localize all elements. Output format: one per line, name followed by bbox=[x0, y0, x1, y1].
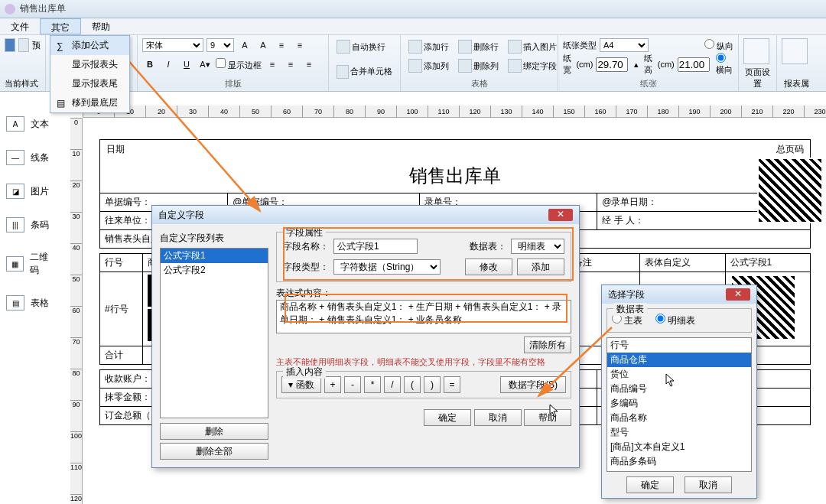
op-minus[interactable]: - bbox=[344, 376, 361, 393]
merge-icon bbox=[337, 65, 349, 79]
detail-table-radio[interactable]: 明细表 bbox=[655, 315, 695, 326]
at-entry-date: @录单日期： bbox=[602, 197, 657, 207]
menu-help[interactable]: 帮助 bbox=[81, 18, 121, 34]
align-c2-icon[interactable]: ≡ bbox=[283, 57, 298, 71]
func-button[interactable]: ▾ 函数 bbox=[281, 376, 321, 393]
font-size-select[interactable]: 9 bbox=[206, 38, 234, 52]
list-item[interactable]: 多编码 bbox=[607, 396, 751, 411]
list-item[interactable]: 商品仓库 bbox=[607, 353, 751, 367]
dlg2-ok-button[interactable]: 确定 bbox=[626, 476, 674, 493]
menu-other[interactable]: 其它 bbox=[40, 18, 81, 34]
portrait-radio[interactable]: 纵向 bbox=[704, 39, 733, 52]
list-item[interactable]: 业务员名称 bbox=[607, 469, 751, 472]
page-setup-button[interactable] bbox=[743, 38, 769, 64]
align-l2-icon[interactable]: ≡ bbox=[265, 57, 280, 71]
menu-show-footer[interactable]: 显示报表尾 bbox=[50, 74, 129, 93]
menu-move-bottom[interactable]: ▤移到最底层 bbox=[50, 93, 129, 112]
op-eq[interactable]: = bbox=[444, 376, 460, 393]
tool-qrcode[interactable]: ▦二维码 bbox=[0, 242, 63, 286]
landscape-radio[interactable]: 横向 bbox=[716, 53, 733, 76]
op-mul[interactable]: * bbox=[364, 376, 381, 393]
app-icon bbox=[5, 4, 15, 15]
dlg2-cancel-button[interactable]: 取消 bbox=[685, 476, 732, 493]
list-item[interactable]: 商品多条码 bbox=[607, 454, 751, 469]
list-item[interactable]: 商品名称 bbox=[607, 411, 751, 425]
list-item[interactable]: 型号 bbox=[607, 425, 751, 440]
page-setup-label: 页面设置 bbox=[743, 67, 772, 89]
stepper-icon[interactable]: ▴ bbox=[631, 57, 641, 71]
underline-icon[interactable]: U bbox=[179, 57, 194, 71]
grow-font-icon[interactable]: A bbox=[237, 38, 252, 52]
menu-add-formula-label: 添加公式 bbox=[72, 39, 109, 52]
field-select-listbox[interactable]: 行号商品仓库货位商品编号多编码商品名称型号[商品]文本自定义1商品多条码业务员名… bbox=[606, 337, 752, 472]
dlg1-ok-button[interactable]: 确定 bbox=[424, 409, 471, 426]
font-color-icon[interactable]: A▾ bbox=[197, 57, 213, 71]
dlg1-cancel-button[interactable]: 取消 bbox=[474, 409, 522, 426]
align-center-icon[interactable]: ≡ bbox=[292, 38, 307, 52]
handler-label: 经 手 人： bbox=[602, 215, 644, 226]
align-r2-icon[interactable]: ≡ bbox=[301, 57, 317, 71]
show-border-check[interactable]: 显示边框 bbox=[216, 58, 262, 71]
save-icon[interactable] bbox=[5, 38, 15, 52]
data-field-button[interactable]: 数据字段(S) bbox=[500, 376, 566, 393]
field-type-select[interactable]: 字符数据（String） bbox=[333, 259, 441, 275]
del-row-button[interactable]: 删除行 bbox=[455, 38, 502, 55]
paper-h-input[interactable] bbox=[678, 57, 710, 72]
font-select[interactable]: 宋体 bbox=[142, 38, 203, 52]
report-attr-button[interactable] bbox=[782, 38, 808, 64]
dlg1-help-button[interactable]: 帮助 bbox=[524, 409, 571, 426]
bold-icon[interactable]: B bbox=[142, 57, 158, 71]
add-button[interactable]: 添加 bbox=[517, 259, 564, 275]
bind-field-button[interactable]: 绑定字段 bbox=[505, 57, 560, 74]
op-rparen[interactable]: ) bbox=[424, 376, 441, 393]
list-item[interactable]: 公式字段1 bbox=[161, 249, 268, 263]
window-title: 销售出库单 bbox=[20, 2, 66, 15]
clear-all-button[interactable]: 清除所有 bbox=[524, 337, 571, 353]
italic-icon[interactable]: I bbox=[161, 57, 176, 71]
tool-barcode[interactable]: |||条码 bbox=[0, 208, 63, 242]
list-item[interactable]: 货位 bbox=[607, 367, 751, 382]
field-name-input[interactable] bbox=[333, 239, 418, 254]
insert-pic-button[interactable]: 插入图片 bbox=[505, 38, 560, 55]
op-div[interactable]: / bbox=[384, 376, 401, 393]
merge-cells-button[interactable]: 合并单元格 bbox=[333, 63, 395, 80]
bill-no-label: 单据编号： bbox=[105, 197, 151, 207]
modify-button[interactable]: 修改 bbox=[465, 259, 512, 275]
menu-show-header[interactable]: 显示报表头 bbox=[50, 55, 129, 74]
add-col-button[interactable]: 添加列 bbox=[405, 57, 452, 74]
dlg2-close-button[interactable]: ✕ bbox=[726, 288, 750, 301]
list-item[interactable]: 商品编号 bbox=[607, 382, 751, 396]
select-field-dialog: 选择字段 ✕ 数据表 主表 明细表 行号商品仓库货位商品编号多编码商品名称型号[… bbox=[601, 285, 757, 499]
list-item[interactable]: 行号 bbox=[607, 338, 751, 353]
menu-bar: 文件 其它 帮助 bbox=[0, 18, 826, 35]
delete-field-button[interactable]: 删除 bbox=[160, 423, 268, 440]
autowrap-button[interactable]: 自动换行 bbox=[333, 38, 395, 55]
menu-add-formula[interactable]: ∑添加公式 bbox=[50, 36, 129, 55]
tool-line[interactable]: —线条 bbox=[0, 141, 63, 174]
align-left-icon[interactable]: ≡ bbox=[274, 38, 289, 52]
menu-file[interactable]: 文件 bbox=[0, 18, 40, 34]
dis-amt-label: 抹零金额： bbox=[105, 392, 151, 402]
delete-all-button[interactable]: 删除全部 bbox=[160, 443, 268, 460]
data-table-select[interactable]: 明细表 bbox=[511, 239, 564, 254]
op-lparen[interactable]: ( bbox=[404, 376, 421, 393]
op-plus[interactable]: + bbox=[324, 376, 341, 393]
shrink-font-icon[interactable]: A bbox=[255, 38, 271, 52]
tool-table[interactable]: ▤表格 bbox=[0, 286, 63, 320]
add-row-button[interactable]: 添加行 bbox=[405, 38, 452, 55]
list-item[interactable]: 公式字段2 bbox=[161, 263, 268, 278]
del-col-button[interactable]: 删除列 bbox=[455, 57, 502, 74]
col-body-custom: 表体自定义 bbox=[645, 257, 691, 268]
paper-type-select[interactable]: A4 bbox=[600, 38, 649, 52]
dlg1-close-button[interactable]: ✕ bbox=[548, 209, 573, 221]
data-table-legend: 数据表 bbox=[613, 303, 647, 316]
paper-w-input[interactable] bbox=[596, 57, 628, 72]
paper-type-label: 纸张类型 bbox=[563, 40, 597, 51]
field-listbox[interactable]: 公式字段1 公式字段2 bbox=[160, 248, 268, 418]
list-item[interactable]: [商品]文本自定义1 bbox=[607, 440, 751, 454]
title-bar: 销售出库单 bbox=[0, 0, 826, 18]
preview-icon[interactable] bbox=[18, 38, 29, 52]
tool-image[interactable]: ◪图片 bbox=[0, 174, 63, 208]
expr-textarea[interactable] bbox=[276, 300, 571, 333]
main-table-radio[interactable]: 主表 bbox=[612, 315, 642, 326]
